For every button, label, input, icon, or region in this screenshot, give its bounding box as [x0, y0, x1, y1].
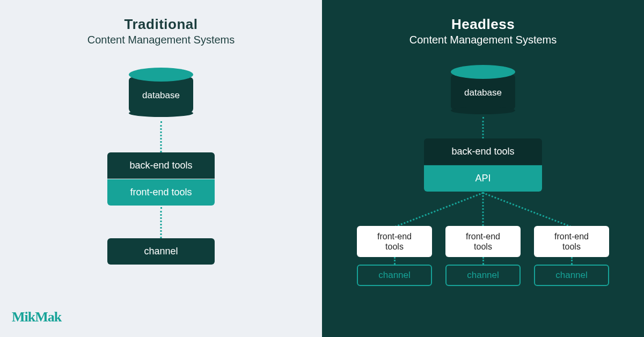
frontend-node: front-end tools — [357, 226, 432, 257]
headless-title-block: Headless Content Management Systems — [322, 16, 644, 46]
database-node: database — [129, 68, 193, 114]
database-node: database — [451, 65, 515, 111]
headless-diagram: database back-end tools API front-end to… — [322, 46, 644, 325]
frontend-label: front-end tools — [357, 231, 432, 252]
traditional-panel: Traditional Content Management Systems d… — [0, 0, 322, 337]
connector — [160, 207, 162, 238]
channel-node: channel — [107, 238, 215, 265]
frontend-node: front-end tools — [445, 226, 521, 257]
connector — [394, 192, 483, 228]
database-top-icon — [451, 65, 515, 79]
branch-1: front-end tools channel — [357, 226, 432, 286]
headless-subtitle: Content Management Systems — [322, 34, 644, 46]
backend-node: back-end tools — [107, 152, 215, 179]
frontend-label: front-end tools — [445, 231, 521, 252]
traditional-diagram: database back-end tools front-end tools … — [0, 46, 322, 325]
traditional-subtitle: Content Management Systems — [0, 34, 322, 46]
connector — [482, 192, 571, 228]
channel-node: channel — [534, 265, 609, 286]
headless-panel: Headless Content Management Systems data… — [322, 0, 644, 337]
channel-node: channel — [357, 265, 432, 286]
branch-2: front-end tools channel — [445, 226, 521, 286]
frontend-label: front-end tools — [534, 231, 609, 252]
connector — [394, 257, 396, 265]
connector — [482, 257, 484, 265]
connector — [482, 192, 484, 226]
brand-logo: MikMak — [12, 309, 61, 325]
connector — [160, 121, 162, 152]
channel-node: channel — [445, 265, 521, 286]
connector — [482, 117, 484, 138]
frontend-node: front-end tools — [107, 179, 215, 206]
api-node: API — [424, 165, 542, 192]
traditional-title: Traditional — [0, 16, 322, 33]
database-label: database — [451, 75, 515, 111]
connector — [571, 257, 573, 265]
branch-3: front-end tools channel — [534, 226, 609, 286]
backend-node: back-end tools — [424, 138, 542, 165]
frontend-node: front-end tools — [534, 226, 609, 257]
headless-title: Headless — [322, 16, 644, 33]
database-top-icon — [129, 68, 193, 82]
traditional-title-block: Traditional Content Management Systems — [0, 16, 322, 46]
database-label: database — [129, 77, 193, 114]
